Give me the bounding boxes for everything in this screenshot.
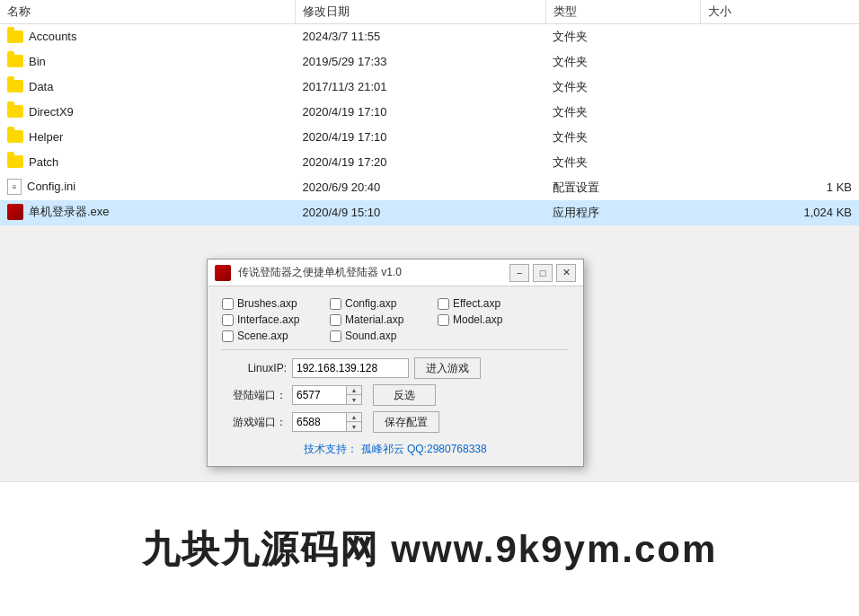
linux-ip-input[interactable] bbox=[292, 358, 409, 378]
maximize-button[interactable]: □ bbox=[533, 264, 553, 282]
table-row[interactable]: Helper 2020/4/19 17:10 文件夹 bbox=[0, 125, 859, 150]
file-size: 1 KB bbox=[701, 175, 859, 200]
file-date: 2020/4/19 17:20 bbox=[296, 150, 546, 175]
checkbox-Scene-axp[interactable] bbox=[222, 330, 234, 342]
checkbox-Brushes-axp[interactable] bbox=[222, 298, 234, 310]
checkbox-item[interactable]: Brushes.axp bbox=[222, 297, 330, 310]
checkbox-label: Brushes.axp bbox=[237, 297, 297, 310]
checkbox-label: Model.axp bbox=[453, 313, 502, 326]
file-type: 文件夹 bbox=[545, 100, 700, 125]
dialog-body: Brushes.axpConfig.axpEffect.axpInterface… bbox=[208, 286, 583, 466]
file-type: 文件夹 bbox=[545, 125, 700, 150]
checkbox-Material-axp[interactable] bbox=[330, 314, 341, 326]
game-port-label: 游戏端口： bbox=[222, 415, 287, 430]
checkbox-item[interactable]: Interface.axp bbox=[222, 313, 330, 326]
file-table: 名称 修改日期 类型 大小 Accounts 2024/3/7 11:55 文件… bbox=[0, 0, 859, 225]
file-date: 2020/4/19 17:10 bbox=[296, 100, 546, 125]
folder-icon bbox=[7, 105, 23, 118]
checkboxes-container: Brushes.axpConfig.axpEffect.axpInterface… bbox=[222, 297, 569, 342]
login-port-arrows: ▲ ▼ bbox=[346, 385, 362, 405]
checkbox-label: Material.axp bbox=[345, 313, 403, 326]
login-port-row: 登陆端口： ▲ ▼ 反选 bbox=[222, 384, 569, 406]
folder-icon bbox=[7, 31, 23, 43]
checkbox-item[interactable]: Material.axp bbox=[330, 313, 438, 326]
file-date: 2024/3/7 11:55 bbox=[296, 24, 546, 49]
table-row[interactable]: Accounts 2024/3/7 11:55 文件夹 bbox=[0, 24, 859, 49]
checkbox-label: Effect.axp bbox=[453, 297, 500, 310]
file-date: 2019/5/29 17:33 bbox=[296, 49, 546, 75]
watermark: 九块九源码网 www.9k9ym.com bbox=[0, 481, 859, 616]
table-row[interactable]: Patch 2020/4/19 17:20 文件夹 bbox=[0, 150, 859, 175]
dialog-controls: − □ ✕ bbox=[509, 264, 576, 282]
checkbox-label: Scene.axp bbox=[237, 330, 288, 342]
folder-icon bbox=[7, 130, 23, 143]
checkbox-Sound-axp[interactable] bbox=[330, 330, 341, 342]
app-dialog: 传说登陆器之便捷单机登陆器 v1.0 − □ ✕ Brushes.axpConf… bbox=[207, 259, 584, 467]
folder-icon bbox=[7, 155, 23, 168]
file-date: 2020/4/19 17:10 bbox=[296, 125, 546, 150]
folder-icon bbox=[7, 55, 23, 67]
dialog-titlebar[interactable]: 传说登陆器之便捷单机登陆器 v1.0 − □ ✕ bbox=[208, 260, 583, 286]
linux-ip-row: LinuxIP: 进入游戏 bbox=[222, 357, 569, 379]
checkbox-label: Interface.axp bbox=[237, 313, 299, 326]
table-row[interactable]: DirectX9 2020/4/19 17:10 文件夹 bbox=[0, 100, 859, 125]
col-type[interactable]: 类型 bbox=[545, 0, 700, 24]
checkbox-Model-axp[interactable] bbox=[438, 314, 449, 326]
game-port-spinner: ▲ ▼ bbox=[292, 412, 362, 432]
file-size bbox=[701, 75, 859, 100]
checkbox-item[interactable]: Model.axp bbox=[438, 313, 545, 326]
tech-support: 技术支持： 孤峰祁云 QQ:2980768338 bbox=[222, 442, 569, 457]
linux-ip-label: LinuxIP: bbox=[222, 362, 287, 374]
file-icon: ≡ bbox=[7, 179, 22, 195]
login-port-input[interactable] bbox=[292, 385, 346, 405]
enter-game-button[interactable]: 进入游戏 bbox=[414, 357, 481, 379]
table-row[interactable]: Data 2017/11/3 21:01 文件夹 bbox=[0, 75, 859, 100]
file-type: 文件夹 bbox=[545, 24, 700, 49]
login-port-label: 登陆端口： bbox=[222, 388, 287, 403]
table-row[interactable]: ≡Config.ini 2020/6/9 20:40 配置设置 1 KB bbox=[0, 175, 859, 200]
checkbox-Config-axp[interactable] bbox=[330, 298, 341, 310]
game-port-arrows: ▲ ▼ bbox=[346, 412, 362, 432]
file-type: 文件夹 bbox=[545, 75, 700, 100]
dialog-title-text: 传说登陆器之便捷单机登陆器 v1.0 bbox=[238, 265, 509, 280]
file-date: 2020/4/9 15:10 bbox=[296, 200, 546, 225]
game-port-down[interactable]: ▼ bbox=[347, 422, 361, 431]
col-name[interactable]: 名称 bbox=[0, 0, 296, 24]
checkbox-item[interactable]: Config.axp bbox=[330, 297, 438, 310]
login-port-up[interactable]: ▲ bbox=[347, 386, 361, 395]
invert-button[interactable]: 反选 bbox=[373, 384, 436, 406]
table-row[interactable]: Bin 2019/5/29 17:33 文件夹 bbox=[0, 49, 859, 75]
file-date: 2020/6/9 20:40 bbox=[296, 175, 546, 200]
checkbox-Interface-axp[interactable] bbox=[222, 314, 234, 326]
close-button[interactable]: ✕ bbox=[556, 264, 576, 282]
checkbox-label: Sound.axp bbox=[345, 330, 396, 342]
checkbox-Effect-axp[interactable] bbox=[438, 298, 449, 310]
file-type: 应用程序 bbox=[545, 200, 700, 225]
folder-icon bbox=[7, 80, 23, 92]
checkbox-item[interactable]: Sound.axp bbox=[330, 330, 438, 342]
login-port-spinner: ▲ ▼ bbox=[292, 385, 362, 405]
file-name: Patch bbox=[0, 150, 296, 175]
save-config-button[interactable]: 保存配置 bbox=[373, 411, 439, 433]
col-date[interactable]: 修改日期 bbox=[296, 0, 546, 24]
file-type: 文件夹 bbox=[545, 150, 700, 175]
file-size bbox=[701, 24, 859, 49]
game-port-up[interactable]: ▲ bbox=[347, 413, 361, 422]
table-row[interactable]: 单机登录器.exe 2020/4/9 15:10 应用程序 1,024 KB bbox=[0, 200, 859, 225]
divider bbox=[222, 349, 569, 350]
file-size bbox=[701, 49, 859, 75]
minimize-button[interactable]: − bbox=[509, 264, 529, 282]
login-port-down[interactable]: ▼ bbox=[347, 395, 361, 404]
file-size: 1,024 KB bbox=[701, 200, 859, 225]
file-name: Helper bbox=[0, 125, 296, 150]
checkbox-label: Config.axp bbox=[345, 297, 396, 310]
col-size[interactable]: 大小 bbox=[701, 0, 859, 24]
exe-icon bbox=[7, 204, 23, 220]
checkbox-item[interactable]: Scene.axp bbox=[222, 330, 330, 342]
game-port-input[interactable] bbox=[292, 412, 346, 432]
file-explorer: 名称 修改日期 类型 大小 Accounts 2024/3/7 11:55 文件… bbox=[0, 0, 859, 225]
checkbox-item[interactable]: Effect.axp bbox=[438, 297, 545, 310]
file-name: Accounts bbox=[0, 24, 296, 49]
file-size bbox=[701, 100, 859, 125]
file-name: Data bbox=[0, 75, 296, 100]
